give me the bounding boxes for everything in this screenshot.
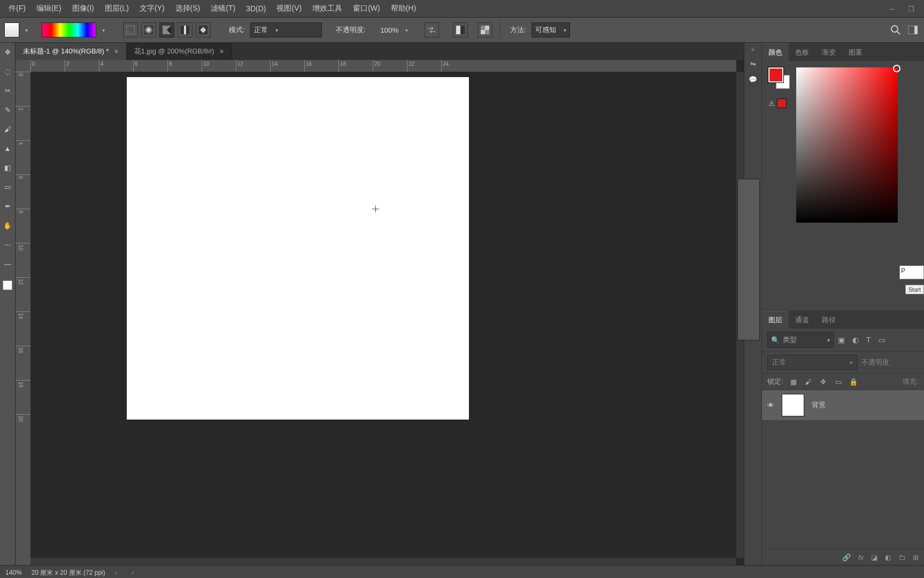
menu-3d[interactable]: 3D(D)	[241, 2, 271, 15]
stamp-tool-icon[interactable]: ▲	[2, 142, 13, 154]
close-icon[interactable]: ×	[220, 47, 224, 56]
opacity-input[interactable]	[371, 26, 399, 35]
status-menu-icon[interactable]: ›	[115, 569, 117, 576]
dither-icon[interactable]	[453, 22, 468, 37]
ruler-origin[interactable]	[16, 60, 31, 72]
gradient-diamond-icon[interactable]	[196, 22, 211, 37]
tab-layers[interactable]: 图层	[762, 311, 789, 329]
menu-view[interactable]: 视图(V)	[271, 2, 307, 16]
lock-artboard-icon[interactable]: ▭	[834, 378, 843, 386]
adjustment-layer-icon[interactable]: ◐	[885, 553, 891, 561]
pen-tool-icon[interactable]: ✒	[2, 200, 13, 212]
search-icon[interactable]	[889, 23, 903, 37]
menu-image[interactable]: 图像(I)	[67, 2, 99, 16]
document-tab-2[interactable]: 花1.jpg @ 200%(RGB/8#) ×	[127, 43, 232, 60]
lock-pixels-icon[interactable]: 🖌	[804, 378, 813, 386]
collapse-panels-icon[interactable]: «	[751, 46, 754, 52]
menu-filter[interactable]: 滤镜(T)	[205, 2, 241, 16]
reverse-gradient-icon[interactable]	[424, 22, 439, 37]
link-layers-icon[interactable]: 🔗	[842, 553, 851, 561]
group-icon[interactable]: 🗀	[898, 553, 905, 561]
lock-transparency-icon[interactable]: ▦	[789, 378, 798, 386]
crop-tool-icon[interactable]: ✂	[2, 85, 13, 96]
opacity-dropdown-icon[interactable]: ▾	[403, 24, 410, 36]
canvas[interactable]	[127, 77, 469, 420]
color-swatch-icon[interactable]	[3, 280, 12, 290]
eyedropper-tool-icon[interactable]: ✎	[2, 104, 13, 116]
document-info[interactable]: 20 厘米 x 20 厘米 (72 ppi)	[32, 568, 105, 577]
blend-mode-select[interactable]: 正常▾	[250, 22, 322, 37]
color-picker-field[interactable]	[796, 67, 898, 223]
gradient-radial-icon[interactable]	[141, 22, 156, 37]
brush-tool-icon[interactable]: 🖌	[2, 123, 13, 135]
tab-patterns[interactable]: 图案	[842, 44, 869, 61]
menu-edit[interactable]: 编辑(E)	[31, 2, 67, 16]
foreground-color-swatch[interactable]	[768, 67, 783, 82]
start-button[interactable]: Start	[905, 285, 924, 294]
gradient-preview[interactable]	[42, 22, 96, 37]
gradient-swatch-dropdown-icon[interactable]: ▾	[22, 24, 30, 36]
gradient-preset-dropdown-icon[interactable]: ▾	[99, 24, 107, 36]
vertical-scrollbar[interactable]	[736, 72, 744, 558]
tab-paths[interactable]: 路径	[815, 311, 842, 329]
gamut-warning-swatch[interactable]	[777, 98, 787, 108]
layer-mask-icon[interactable]: ◪	[871, 553, 877, 561]
comments-panel-icon[interactable]: 💬	[749, 75, 757, 83]
scroll-left-icon[interactable]: ‹	[132, 569, 134, 576]
layer-row[interactable]: 👁 背景	[762, 390, 924, 421]
menu-window[interactable]: 窗口(W)	[348, 2, 386, 16]
panel-toggle-icon[interactable]	[906, 23, 920, 37]
history-panel-icon[interactable]: ⇋	[750, 60, 756, 68]
window-restore-icon[interactable]: ❐	[904, 4, 919, 13]
menu-select[interactable]: 选择(S)	[170, 2, 206, 16]
menu-bar: 件(F) 编辑(E) 图像(I) 图层(L) 文字(Y) 选择(S) 滤镜(T)…	[0, 0, 924, 17]
menu-help[interactable]: 帮助(H)	[386, 2, 421, 16]
edit-toolbar-icon[interactable]: —	[2, 258, 13, 270]
canvas-viewport[interactable]	[30, 72, 736, 558]
filter-shape-icon[interactable]: ▭	[879, 336, 886, 344]
document-tab-label: 未标题-1 @ 140%(RGB/8) *	[23, 47, 109, 56]
filter-pixel-icon[interactable]: ▣	[838, 336, 845, 344]
layer-name[interactable]: 背景	[812, 400, 826, 410]
filter-adjust-icon[interactable]: ◐	[852, 336, 859, 344]
lasso-tool-icon[interactable]: ◌	[2, 65, 13, 77]
close-icon[interactable]: ×	[114, 47, 119, 56]
document-tab-1[interactable]: 未标题-1 @ 140%(RGB/8) * ×	[16, 43, 127, 60]
zoom-tool-icon[interactable]: ⋯	[2, 239, 13, 250]
eraser-tool-icon[interactable]: ◧	[2, 162, 13, 173]
hex-input[interactable]: P	[899, 265, 924, 279]
horizontal-ruler[interactable]: 024681012141618202224	[30, 60, 736, 72]
hand-tool-icon[interactable]: ✋	[2, 219, 13, 231]
menu-type[interactable]: 文字(Y)	[134, 2, 170, 16]
gradient-swatch[interactable]	[4, 22, 19, 37]
vertical-ruler[interactable]: 02468101214161820	[16, 72, 31, 565]
filter-type-icon[interactable]: T	[866, 336, 871, 344]
gradient-tool-icon[interactable]: ▭	[2, 181, 13, 193]
transparency-icon[interactable]	[478, 22, 492, 37]
horizontal-scrollbar[interactable]	[30, 558, 736, 565]
menu-plugins[interactable]: 增效工具	[307, 2, 348, 16]
layer-filter-select[interactable]: 🔍 类型 ▾	[767, 332, 834, 348]
tab-channels[interactable]: 通道	[789, 311, 815, 329]
menu-layer[interactable]: 图层(L)	[99, 2, 134, 16]
gradient-angle-icon[interactable]	[159, 22, 174, 37]
move-tool-icon[interactable]: ✥	[2, 46, 13, 58]
gamut-warning-icon[interactable]: ⚠	[768, 100, 775, 108]
option-bar: ▾ ▾ 模式: 正常▾ 不透明度: ▾ 方法: 可感知▾	[0, 17, 924, 43]
lock-position-icon[interactable]: ✥	[819, 378, 828, 386]
tab-swatches[interactable]: 色板	[789, 44, 815, 61]
lock-all-icon[interactable]: 🔒	[849, 378, 858, 386]
method-select[interactable]: 可感知▾	[532, 22, 570, 37]
zoom-level[interactable]: 140%	[5, 569, 22, 576]
window-minimize-icon[interactable]: ─	[884, 4, 899, 13]
visibility-icon[interactable]: 👁	[767, 401, 774, 409]
new-layer-icon[interactable]: ⊞	[913, 553, 919, 561]
layer-blend-select[interactable]: 正常▾	[767, 355, 857, 370]
layer-thumbnail[interactable]	[782, 394, 804, 416]
gradient-linear-icon[interactable]	[123, 22, 138, 37]
tab-color[interactable]: 颜色	[762, 43, 789, 61]
menu-file[interactable]: 件(F)	[3, 2, 31, 16]
layer-style-icon[interactable]: fx	[858, 553, 864, 561]
tab-gradients[interactable]: 渐变	[815, 44, 842, 61]
gradient-reflected-icon[interactable]	[178, 22, 192, 37]
